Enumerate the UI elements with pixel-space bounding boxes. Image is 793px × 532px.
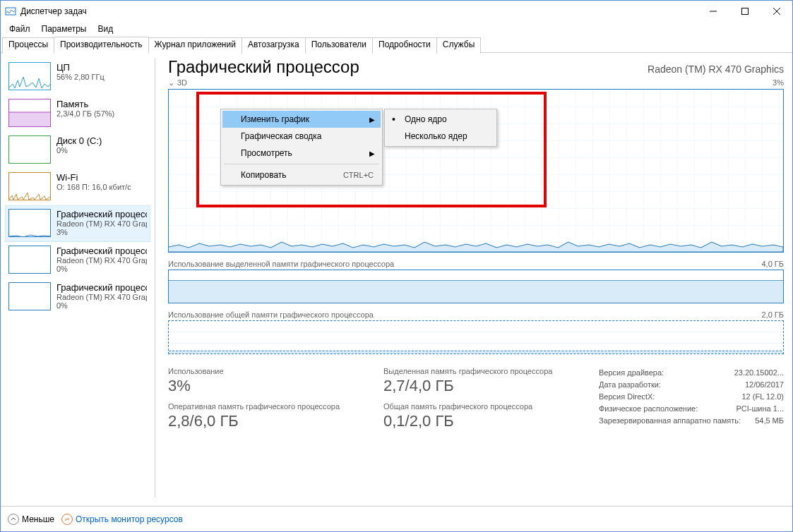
sidebar-item-gpu2[interactable]: Графический процессор 2 Radeon (TM) RX 4… (5, 279, 150, 315)
dedmem-label: Выделенная память графического процессор… (383, 367, 592, 375)
minimize-button[interactable] (697, 1, 729, 22)
memory-thumb (8, 99, 51, 127)
fewer-details-button[interactable]: Меньше (8, 514, 54, 525)
tab-strip: Процессы Производительность Журнал прило… (1, 36, 792, 53)
ctx-view-label: Просмотреть (241, 148, 292, 158)
open-resource-monitor-link[interactable]: Открыть монитор ресурсов (61, 514, 183, 525)
page-title: Графический процессор (168, 57, 359, 77)
open-resource-monitor-label: Открыть монитор ресурсов (76, 514, 183, 524)
device-name: Radeon (TM) RX 470 Graphics (648, 64, 784, 75)
chevron-up-icon (8, 514, 19, 525)
ctx-one-core[interactable]: • Одно ядро (386, 111, 495, 128)
tab-details[interactable]: Подробности (372, 37, 437, 54)
main-chart-labels: ⌄3D 3% (168, 77, 784, 89)
content-panel: Графический процессор Radeon (TM) RX 470… (158, 53, 792, 503)
wifi-thumb (8, 172, 51, 200)
tab-performance[interactable]: Производительность (54, 37, 148, 53)
sidebar-item-cpu[interactable]: ЦП 56% 2,80 ГГц (5, 59, 150, 95)
context-submenu: • Одно ядро Несколько ядер (384, 109, 497, 147)
tab-users[interactable]: Пользователи (305, 37, 373, 54)
ctx-copy[interactable]: Копировать CTRL+C (222, 167, 381, 183)
sidebar-item-disk[interactable]: Диск 0 (C:) 0% (5, 132, 150, 169)
close-button[interactable] (761, 1, 792, 22)
ctx-copy-shortcut: CTRL+C (343, 171, 374, 179)
memory-sub: 2,3/4,0 ГБ (57%) (56, 109, 114, 118)
gpu1-title: Графический процессор 1 (56, 246, 147, 256)
sidebar-item-memory[interactable]: Память 2,3/4,0 ГБ (57%) (5, 95, 150, 132)
ctx-multi-core-label: Несколько ядер (405, 131, 467, 141)
app-icon (5, 6, 16, 17)
window-title: Диспетчер задач (20, 6, 697, 16)
usage-label: Использование (168, 367, 376, 375)
context-menu: Изменить график ▶ Графическая сводка Про… (220, 109, 383, 186)
tab-services[interactable]: Службы (436, 37, 481, 54)
directx-label: Версия DirectX: (599, 391, 741, 403)
maximize-button[interactable] (729, 1, 761, 22)
tab-app-history[interactable]: Журнал приложений (148, 37, 242, 54)
menu-view[interactable]: Вид (93, 23, 117, 35)
cpu-thumb (8, 62, 51, 90)
submenu-arrow-icon: ▶ (369, 116, 375, 123)
dedicated-mem-max: 4,0 ГБ (761, 260, 784, 268)
resource-monitor-icon (61, 514, 73, 525)
gpu2-sub: Radeon (TM) RX 470 Graphics (56, 293, 147, 301)
shrmem-value: 0,1/2,0 ГБ (383, 412, 592, 430)
submenu-arrow-icon: ▶ (369, 150, 375, 157)
gpu0-title: Графический процессор 0 (56, 209, 147, 219)
svg-rect-9 (169, 351, 783, 353)
tab-startup[interactable]: Автозагрузка (242, 37, 306, 54)
dedicated-mem-labels: Использование выделенной памяти графичес… (168, 258, 784, 270)
tab-processes[interactable]: Процессы (2, 37, 54, 54)
memory-title: Память (56, 99, 114, 109)
driver-label: Версия драйвера: (599, 367, 734, 379)
opmem-value: 2,8/6,0 ГБ (168, 412, 376, 430)
opmem-label: Оперативная память графического процессо… (168, 402, 376, 411)
sidebar-item-gpu0[interactable]: Графический процессор 0 Radeon (TM) RX 4… (5, 205, 150, 242)
gpu0-thumb (8, 209, 51, 237)
shared-mem-labels: Использование общей памяти графического … (168, 309, 784, 320)
main-chart-right-label: 3% (773, 78, 784, 87)
ctx-graph-summary-label: Графическая сводка (241, 131, 322, 141)
reserved-label: Зарезервированная аппаратно память: (599, 415, 755, 427)
shared-mem-max: 2,0 ГБ (761, 310, 784, 319)
reserved-value: 54,5 МБ (755, 415, 784, 427)
ctx-change-graph[interactable]: Изменить график ▶ (222, 111, 381, 128)
main-chart-left-label: 3D (177, 78, 187, 87)
dedicated-mem-label: Использование выделенной памяти графичес… (168, 260, 394, 268)
menu-bar: Файл Параметры Вид (1, 22, 792, 36)
gpu2-thumb (8, 282, 51, 310)
date-label: Дата разработки: (599, 379, 745, 391)
directx-value: 12 (FL 12.0) (741, 391, 784, 403)
ctx-one-core-label: Одно ядро (405, 114, 447, 124)
gpu0-sub: Radeon (TM) RX 470 Graphics (56, 219, 147, 228)
sidebar-item-gpu1[interactable]: Графический процессор 1 Radeon (TM) RX 4… (5, 242, 150, 279)
gpu2-pct: 0% (56, 301, 147, 310)
disk-thumb (8, 135, 51, 164)
bullet-icon: • (392, 114, 395, 125)
driver-value: 23.20.15002... (734, 367, 784, 379)
chevron-down-icon[interactable]: ⌄ (168, 78, 174, 87)
dedicated-mem-chart[interactable] (168, 270, 784, 303)
menu-params[interactable]: Параметры (37, 23, 91, 35)
footer: Меньше Открыть монитор ресурсов (1, 506, 792, 531)
shrmem-label: Общая память графического процессора (383, 402, 592, 411)
ctx-multi-core[interactable]: Несколько ядер (386, 128, 495, 145)
menu-file[interactable]: Файл (5, 23, 35, 35)
stats-col-2: Выделенная память графического процессор… (383, 367, 592, 437)
sidebar-item-wifi[interactable]: Wi-Fi О: 168 П: 16,0 кбит/c (5, 169, 150, 205)
shared-mem-chart[interactable] (168, 320, 784, 354)
stats-row: Использование 3% Оперативная память граф… (168, 367, 784, 437)
ctx-view[interactable]: Просмотреть ▶ (222, 145, 381, 162)
wifi-title: Wi-Fi (56, 172, 131, 183)
gpu1-thumb (8, 246, 51, 274)
cpu-title: ЦП (56, 62, 105, 73)
usage-value: 3% (168, 377, 376, 395)
vertical-divider[interactable] (155, 59, 155, 497)
shared-mem-label: Использование общей памяти графического … (168, 310, 374, 319)
ctx-graph-summary[interactable]: Графическая сводка (222, 128, 381, 145)
gpu0-pct: 3% (56, 228, 147, 236)
dedmem-value: 2,7/4,0 ГБ (383, 377, 592, 395)
stats-col-3: Версия драйвера:23.20.15002... Дата разр… (599, 367, 784, 437)
disk-title: Диск 0 (C:) (56, 135, 102, 146)
ctx-separator (224, 164, 379, 164)
